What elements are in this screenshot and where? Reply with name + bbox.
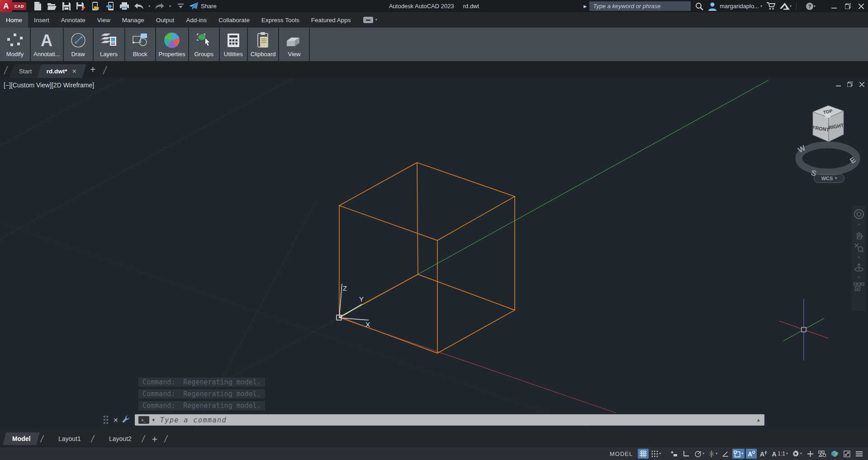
open-from-web-mobile-button[interactable] [90, 1, 100, 11]
account-menu[interactable]: margaridaplo... ▾ [708, 2, 762, 11]
navbar-orbit-caret[interactable]: ▾ [858, 276, 860, 279]
panel-annotation[interactable]: A Annotati... [31, 28, 64, 61]
ribbon-display-toggle[interactable]: ▾ [363, 12, 377, 28]
search-input[interactable] [589, 1, 691, 11]
open-file-button[interactable] [47, 1, 57, 11]
tab-manage[interactable]: Manage [116, 12, 150, 28]
store-cart-button[interactable] [767, 2, 775, 10]
ortho-mode-toggle[interactable] [681, 449, 692, 459]
selection-dropdown-caret[interactable]: ▾ [741, 452, 743, 455]
undo-button[interactable] [134, 1, 144, 11]
tab-express-tools[interactable]: Express Tools [256, 12, 305, 28]
object-snap-tracking-toggle[interactable] [720, 449, 731, 459]
close-button[interactable] [854, 0, 868, 12]
file-tab-active[interactable]: rd.dwt* ✕ [37, 64, 86, 78]
clean-screen-button[interactable] [817, 449, 828, 459]
search-button[interactable] [695, 2, 703, 10]
wcs-menu[interactable]: WCS ▾ [814, 174, 844, 183]
search-collapse-icon[interactable]: ▶ [583, 4, 587, 9]
object-snap-toggle[interactable]: ▾ [707, 449, 719, 459]
viewport-visual-style-control[interactable]: [2D Wireframe] [52, 81, 94, 89]
qat-customize-button[interactable] [175, 1, 185, 11]
navbar-wheel-caret[interactable]: ▾ [858, 223, 860, 226]
new-file-button[interactable] [33, 1, 43, 11]
viewport-minimize-control[interactable]: [−] [4, 81, 11, 89]
graphics-performance-button[interactable] [829, 449, 840, 459]
steering-wheel-icon[interactable] [854, 209, 864, 220]
tab-layout2[interactable]: Layout2 [100, 432, 141, 445]
fullscreen-button[interactable] [841, 449, 852, 459]
minimize-button[interactable] [827, 0, 841, 12]
share-button[interactable]: Share [189, 2, 217, 10]
selection-cycling-toggle[interactable]: ▾ [732, 449, 745, 459]
pan-hand-icon[interactable] [854, 230, 864, 240]
viewport-minimize-icon[interactable] [835, 81, 842, 88]
workspace-switching-button[interactable]: ▾ [791, 449, 803, 459]
polar-tracking-toggle[interactable]: ▾ [693, 449, 706, 459]
panel-block[interactable]: Block [125, 28, 156, 61]
show-motion-icon[interactable] [854, 283, 864, 292]
file-tab-start[interactable]: Start [9, 64, 41, 78]
navbar-zoom-caret[interactable]: ▾ [858, 256, 860, 259]
viewport-close-icon[interactable] [858, 81, 865, 88]
save-as-button[interactable] [76, 1, 86, 11]
command-prompt-icon[interactable]: >_ [138, 416, 149, 424]
tab-collaborate[interactable]: Collaborate [213, 12, 256, 28]
command-dropdown-caret[interactable]: ▼ [152, 418, 156, 422]
panel-draw[interactable]: Draw [64, 28, 94, 61]
viewport-restore-icon[interactable] [846, 81, 854, 88]
panel-layers[interactable]: Layers [94, 28, 125, 61]
tab-annotate[interactable]: Annotate [55, 12, 91, 28]
tab-featured-apps[interactable]: Featured Apps [305, 12, 357, 28]
annotation-scale-button[interactable]: A 1:1 ▾ [770, 449, 789, 459]
tab-model[interactable]: Model [3, 432, 40, 445]
help-menu[interactable]: ? ▾ [806, 2, 816, 10]
tab-output[interactable]: Output [150, 12, 180, 28]
annotation-visibility-toggle[interactable]: A [746, 449, 757, 459]
panel-utilities[interactable]: Utilities [220, 28, 248, 61]
file-tab-close-icon[interactable]: ✕ [71, 68, 76, 75]
scale-dropdown-caret[interactable]: ▾ [786, 452, 788, 455]
command-line-grip[interactable]: ●●●●●● [103, 415, 109, 425]
save-button[interactable] [62, 1, 71, 11]
tab-layout1[interactable]: Layout1 [49, 432, 90, 445]
isolate-objects-button[interactable] [805, 449, 816, 459]
tab-addins[interactable]: Add-ins [180, 12, 213, 28]
autodesk-apps-menu[interactable]: ▾ [780, 3, 792, 10]
save-to-web-mobile-button[interactable] [105, 1, 115, 11]
workspace-dropdown-caret[interactable]: ▾ [800, 452, 802, 455]
command-input[interactable] [160, 416, 756, 424]
redo-dropdown-caret[interactable]: ▾ [169, 5, 171, 8]
panel-view[interactable]: View [279, 28, 310, 61]
restore-button[interactable] [841, 0, 854, 12]
command-line-customize-icon[interactable] [122, 415, 130, 425]
redo-button[interactable] [155, 1, 165, 11]
panel-properties[interactable]: Properties [156, 28, 189, 61]
plot-button[interactable] [119, 1, 129, 11]
annotation-autoscale-toggle[interactable]: A [758, 449, 769, 459]
panel-groups[interactable]: Groups [189, 28, 220, 61]
undo-dropdown-caret[interactable]: ▾ [148, 5, 150, 8]
command-input-bar[interactable]: >_ ▼ ▲ [135, 414, 764, 426]
panel-clipboard[interactable]: Clipboard [248, 28, 280, 61]
tab-home[interactable]: Home [0, 12, 28, 28]
tab-insert[interactable]: Insert [28, 12, 55, 28]
orbit-icon[interactable] [854, 263, 864, 273]
viewport-view-control[interactable]: [Custom View] [11, 81, 52, 89]
polar-dropdown-caret[interactable]: ▾ [702, 452, 704, 455]
customization-menu-button[interactable] [854, 449, 864, 459]
command-expand-caret[interactable]: ▲ [756, 417, 761, 422]
panel-modify[interactable]: Modify [0, 28, 31, 61]
app-logo[interactable]: A CAD [0, 0, 26, 12]
new-layout-button[interactable]: ＋ [150, 433, 159, 445]
new-drawing-button[interactable]: ＋ [88, 63, 97, 75]
grid-display-toggle[interactable] [638, 449, 649, 459]
command-line-close-icon[interactable]: ✕ [113, 417, 119, 424]
tab-view[interactable]: View [91, 12, 116, 28]
snap-dropdown-caret[interactable]: ▾ [659, 452, 661, 455]
osnap-dropdown-caret[interactable]: ▾ [716, 452, 717, 455]
zoom-icon[interactable] [854, 243, 864, 253]
infer-constraints-toggle[interactable] [669, 449, 679, 459]
drawing-area[interactable]: Z Y X [−] [Custom View] [2D Wireframe] [0, 78, 868, 430]
model-space-indicator[interactable]: MODEL [610, 450, 633, 457]
